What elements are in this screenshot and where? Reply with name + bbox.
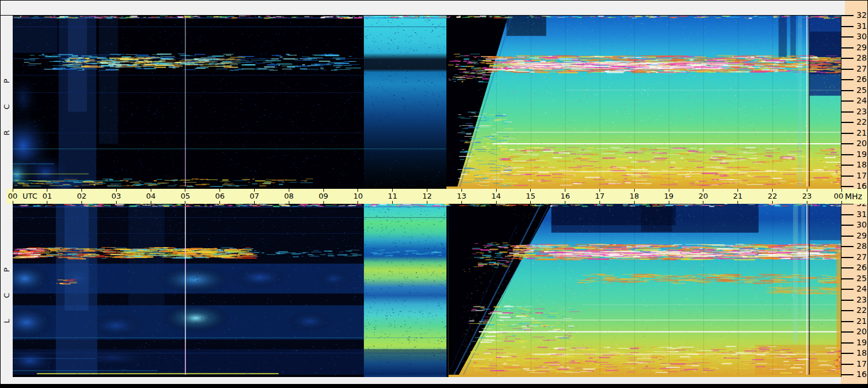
time-label: 19 — [664, 192, 674, 201]
time-tick — [219, 201, 220, 204]
time-label: 08 — [284, 192, 294, 201]
time-label: 13 — [457, 192, 467, 201]
time-tick — [323, 201, 324, 204]
time-label: 00 — [8, 192, 18, 201]
freq-tick — [841, 79, 854, 80]
freq-label: 23 — [856, 296, 867, 304]
freq-label: 21 — [856, 129, 867, 137]
freq-tick — [841, 111, 854, 113]
time-tick — [289, 201, 289, 204]
freq-tick — [841, 225, 854, 226]
lcp-spectrogram — [13, 204, 841, 377]
freq-tick — [841, 364, 854, 365]
freq-label: 29 — [856, 43, 867, 51]
time-label: 16 — [560, 192, 570, 201]
mhz-label: MHz — [845, 192, 862, 201]
freq-label: 23 — [856, 107, 867, 115]
freq-tick — [841, 100, 854, 102]
time-label: 05 — [181, 192, 191, 201]
freq-tick — [841, 133, 854, 134]
freq-tick — [841, 122, 854, 123]
time-label: 01 — [43, 192, 53, 201]
freq-label: 24 — [856, 285, 867, 293]
freq-tick — [841, 342, 854, 344]
freq-tick — [841, 165, 854, 166]
freq-label: 17 — [856, 360, 867, 368]
freq-label: 24 — [856, 96, 867, 105]
freq-tick — [841, 90, 854, 91]
freq-tick — [841, 300, 854, 301]
time-tick — [599, 201, 600, 204]
time-tick — [151, 201, 151, 204]
time-label: 20 — [699, 192, 709, 201]
freq-tick — [841, 321, 854, 322]
time-label: 06 — [215, 192, 225, 201]
freq-label: 26 — [856, 75, 867, 83]
freq-label: 18 — [856, 161, 867, 169]
freq-tick — [841, 246, 854, 247]
time-tick — [841, 201, 842, 204]
freq-tick — [841, 26, 854, 27]
freq-tick — [841, 36, 854, 38]
freq-tick — [841, 154, 854, 155]
freq-label: 29 — [856, 232, 867, 240]
freq-label: 20 — [856, 139, 867, 147]
time-tick — [47, 201, 47, 204]
time-label: 12 — [422, 192, 432, 201]
time-tick — [772, 201, 773, 204]
time-tick — [496, 201, 497, 204]
freq-tick — [841, 257, 854, 258]
freq-tick — [841, 374, 854, 375]
utc-label: UTC — [23, 192, 38, 201]
time-tick — [669, 201, 669, 204]
time-label: 07 — [249, 192, 259, 201]
freq-label: 21 — [856, 317, 867, 325]
time-label: 17 — [595, 192, 605, 201]
time-label: 04 — [146, 192, 156, 201]
freq-label: 25 — [856, 274, 867, 282]
freq-tick — [841, 331, 854, 333]
freq-label: 32 — [856, 11, 867, 19]
freq-label: 31 — [856, 210, 867, 218]
freq-tick — [841, 278, 854, 279]
freq-label: 31 — [856, 22, 867, 30]
freq-label: 20 — [856, 327, 867, 335]
time-label: 22 — [768, 192, 777, 201]
freq-tick — [841, 214, 854, 215]
time-label: 09 — [319, 192, 329, 201]
time-tick — [530, 201, 531, 204]
freq-tick — [841, 310, 854, 311]
time-tick — [116, 201, 117, 204]
time-label: 18 — [629, 192, 639, 201]
time-label: 15 — [526, 192, 536, 201]
title-bar: AJ4CO Observatory 19 Dec 2023 - DPS on T… — [1, 1, 845, 16]
time-label: 00 — [834, 192, 844, 201]
freq-label: 22 — [856, 306, 867, 314]
time-axis: 0001020304050607080910111213141516171819… — [6, 189, 868, 204]
time-tick — [81, 201, 82, 204]
rcp-spectrogram — [13, 16, 841, 189]
freq-tick — [841, 58, 854, 59]
freq-label: 26 — [856, 263, 867, 271]
freq-tick — [841, 176, 854, 177]
time-tick — [703, 201, 703, 204]
time-tick — [634, 201, 635, 204]
freq-label: 28 — [856, 54, 867, 62]
spectrograph-window: 3231302928272625242322212019181716323130… — [0, 0, 868, 388]
freq-label: 19 — [856, 150, 867, 158]
time-label: 23 — [802, 192, 812, 201]
freq-tick — [841, 47, 854, 48]
freq-tick — [841, 69, 854, 70]
time-tick — [185, 201, 185, 204]
time-label: 11 — [388, 192, 397, 201]
freq-label: 28 — [856, 242, 867, 250]
freq-tick — [841, 289, 854, 290]
time-tick — [807, 201, 807, 204]
time-tick — [13, 201, 13, 204]
time-label: 21 — [733, 192, 743, 201]
rcp-panel-label: R C P — [1, 16, 12, 189]
time-label: 02 — [77, 192, 87, 201]
freq-label: 27 — [856, 65, 867, 73]
freq-label: 17 — [856, 171, 867, 180]
time-tick — [357, 201, 358, 204]
